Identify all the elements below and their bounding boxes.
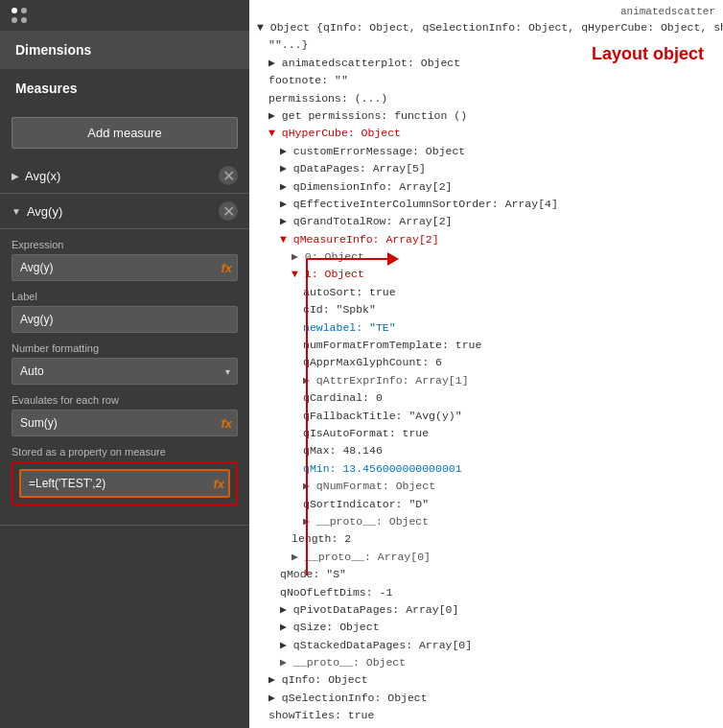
measure-label-avg-x: Avg(x) xyxy=(25,169,219,183)
number-formatting-label: Number formatting xyxy=(12,342,238,354)
evaluates-input-wrap: fx xyxy=(12,410,238,436)
measure-label-avg-y: Avg(y) xyxy=(27,204,219,219)
logo-area xyxy=(0,0,249,31)
code-line-13: ▶ 0: Object xyxy=(257,248,715,266)
code-line-35: ▶ qStackedDataPages: Array[0] xyxy=(257,637,715,654)
code-line-33: ▶ qPivotDataPages: Array[0] xyxy=(257,601,715,619)
dimensions-header[interactable]: Dimensions xyxy=(0,31,249,69)
code-line-7: ▶ customErrorMessage: Object xyxy=(257,143,715,160)
stored-property-group: Stored as a property on measure fx xyxy=(12,446,238,505)
logo-dot-3 xyxy=(12,17,17,23)
code-line-28: ▶ __proto__: Object xyxy=(257,513,715,530)
dimensions-label: Dimensions xyxy=(15,42,91,58)
logo-dot-4 xyxy=(21,17,27,23)
code-line-16: cId: "Spbk" xyxy=(257,301,715,318)
expression-fx-icon[interactable]: fx xyxy=(221,261,232,275)
code-line-5: ▶ get permissions: function () xyxy=(257,107,715,125)
right-panel: animatedscatter Layout object ▼ Object {… xyxy=(249,0,723,728)
code-lines-container: ▼ Object {qInfo: Object, qSelectionInfo:… xyxy=(257,19,715,728)
evaluates-input[interactable] xyxy=(12,410,238,436)
top-file-label: animatedscatter xyxy=(257,4,715,19)
code-line-18: numFormatFromTemplate: true xyxy=(257,337,715,354)
qlik-logo xyxy=(12,8,27,23)
collapse-triangle-avg-y: ▼ xyxy=(12,206,21,217)
code-line-27: qSortIndicator: "D" xyxy=(257,496,715,513)
code-line-32: qNoOfLeftDims: -1 xyxy=(257,584,715,601)
code-line-0: ▼ Object {qInfo: Object, qSelectionInfo:… xyxy=(257,19,715,36)
number-formatting-group: Number formatting Auto ▾ xyxy=(12,342,238,385)
number-formatting-select-wrap: Auto ▾ xyxy=(12,358,238,385)
code-line-38: ▶ qSelectionInfo: Object xyxy=(257,690,715,707)
measure-item-avg-y[interactable]: ▼ Avg(y) ✕ xyxy=(0,194,249,229)
collapse-triangle-avg-x: ▶ xyxy=(12,171,19,181)
code-line-26: ▶ qNumFormat: Object xyxy=(257,478,715,495)
left-panel: Dimensions Measures Add measure ▶ Avg(x)… xyxy=(0,0,249,728)
code-line-11: ▶ qGrandTotalRow: Array[2] xyxy=(257,213,715,230)
label-input[interactable] xyxy=(12,306,238,333)
code-line-3: footnote: "" xyxy=(257,72,715,89)
code-line-8: ▶ qDataPages: Array[5] xyxy=(257,160,715,177)
code-line-9: ▶ qDimensionInfo: Array[2] xyxy=(257,178,715,196)
code-line-39: showTitles: true xyxy=(257,707,715,724)
code-line-17: newlabel: "TE" xyxy=(257,319,715,337)
code-line-22: qFallbackTitle: "Avg(y)" xyxy=(257,408,715,425)
evaluates-fx-icon[interactable]: fx xyxy=(221,416,232,431)
measure-item-avg-x[interactable]: ▶ Avg(x) ✕ xyxy=(0,158,249,194)
code-line-20: ▶ qAttrExprInfo: Array[1] xyxy=(257,372,715,389)
expression-label: Expression xyxy=(12,239,238,250)
label-input-wrap xyxy=(12,306,238,333)
code-line-36: ▶ __proto__: Object xyxy=(257,654,715,671)
stored-property-box: fx xyxy=(12,461,238,505)
code-line-37: ▶ qInfo: Object xyxy=(257,671,715,689)
evaluates-group: Evaulates for each row fx xyxy=(12,394,238,436)
code-line-31: qMode: "S" xyxy=(257,566,715,583)
layout-object-label: Layout object xyxy=(592,44,704,64)
code-line-6: ▼ qHyperCube: Object xyxy=(257,125,715,142)
label-group: Label xyxy=(12,291,238,333)
stored-property-fx-icon[interactable]: fx xyxy=(213,477,224,491)
expression-group: Expression fx xyxy=(12,239,238,281)
code-line-14: ▼ 1: Object xyxy=(257,266,715,283)
code-line-23: qIsAutoFormat: true xyxy=(257,425,715,442)
measure-expanded-avg-y: Expression fx Label Number formatting Au… xyxy=(0,229,249,526)
logo-dot-1 xyxy=(12,8,17,13)
code-line-19: qApprMaxGlyphCount: 6 xyxy=(257,354,715,371)
code-line-34: ▶ qSize: Object xyxy=(257,619,715,636)
measures-header[interactable]: Measures xyxy=(0,69,249,107)
add-measure-button[interactable]: Add measure xyxy=(12,117,238,149)
code-line-29: length: 2 xyxy=(257,530,715,548)
label-field-label: Label xyxy=(12,291,238,302)
logo-dot-2 xyxy=(21,8,27,13)
code-line-21: qCardinal: 0 xyxy=(257,389,715,407)
remove-measure-avg-y[interactable]: ✕ xyxy=(219,201,238,221)
stored-property-label: Stored as a property on measure xyxy=(12,446,238,458)
code-line-30: ▶ __proto__: Array[0] xyxy=(257,549,715,566)
code-line-10: ▶ qEffectiveInterColumnSortOrder: Array[… xyxy=(257,196,715,213)
expression-input[interactable] xyxy=(12,254,238,281)
evaluates-label: Evaulates for each row xyxy=(12,394,238,406)
stored-property-input[interactable] xyxy=(19,469,230,498)
code-line-4: permissions: (...) xyxy=(257,90,715,107)
expression-input-wrap: fx xyxy=(12,254,238,281)
stored-property-input-wrap: fx xyxy=(19,469,230,498)
measures-label: Measures xyxy=(15,81,78,96)
code-line-25: qMin: 13.456000000000001 xyxy=(257,460,715,478)
remove-measure-avg-x[interactable]: ✕ xyxy=(219,166,238,185)
code-line-40: subtitle: "" xyxy=(257,725,715,728)
code-line-15: autoSort: true xyxy=(257,284,715,301)
code-line-12: ▼ qMeasureInfo: Array[2] xyxy=(257,231,715,248)
code-line-24: qMax: 48.146 xyxy=(257,442,715,459)
number-formatting-select[interactable]: Auto xyxy=(12,358,238,385)
